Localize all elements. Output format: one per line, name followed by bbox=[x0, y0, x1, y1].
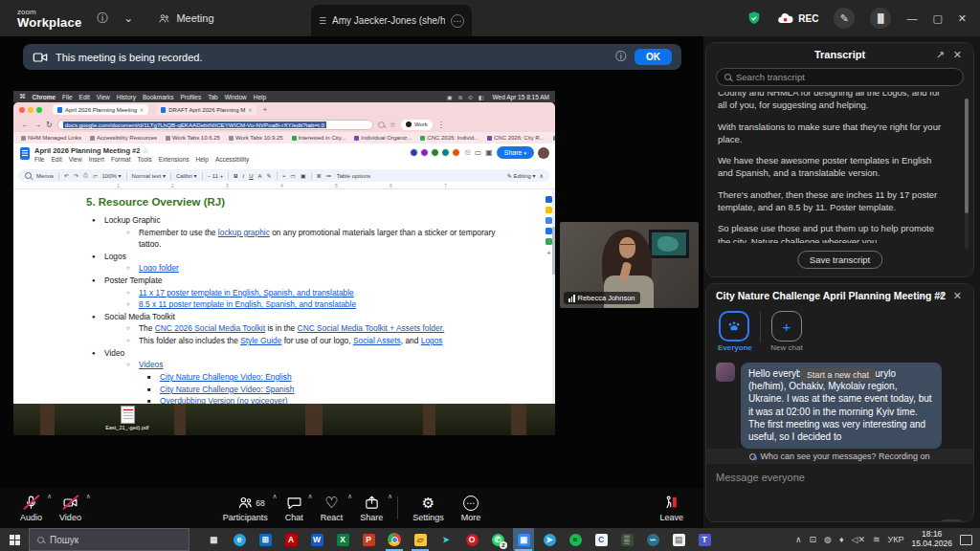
whatsapp-icon[interactable]: ✆2 bbox=[487, 528, 508, 551]
more-button[interactable]: ⋯More bbox=[453, 488, 490, 528]
font-size-stepper[interactable]: − 11 + bbox=[208, 173, 224, 179]
style-select[interactable]: Normal text ▾ bbox=[132, 172, 166, 179]
c-app-icon[interactable]: C bbox=[590, 528, 612, 551]
tray-network-icon[interactable]: ◍ bbox=[824, 535, 832, 544]
tray-display-icon[interactable]: ⊡ bbox=[809, 535, 816, 544]
react-button[interactable]: ♡∧React bbox=[312, 488, 352, 528]
doc-link[interactable]: CNC Social Media Toolkit + Assets folder… bbox=[298, 323, 445, 333]
meet-icon[interactable]: ▣ bbox=[485, 148, 493, 157]
docs-menu-item[interactable]: Tools bbox=[138, 156, 152, 163]
bookmark-item[interactable]: Individual Organiz... bbox=[354, 135, 412, 141]
mac-menu-item[interactable]: View bbox=[97, 94, 110, 100]
banner-info-icon[interactable]: ⓘ bbox=[615, 49, 627, 65]
arrow-app-icon[interactable]: ➤ bbox=[435, 528, 457, 551]
doc-title[interactable]: April 2026 Planning Meeting #2 ☆ bbox=[34, 146, 148, 155]
mac-menu-item[interactable]: Bookmarks bbox=[143, 94, 174, 100]
everyone-channel-button[interactable] bbox=[719, 311, 749, 342]
bookmark-item[interactable]: CNC 2026: City R... bbox=[553, 135, 555, 141]
acrobat-icon[interactable]: A bbox=[280, 528, 301, 551]
mac-menu-item[interactable]: Profiles bbox=[180, 94, 201, 100]
doc-link[interactable]: CNC 2026 Social Media Toolkit bbox=[155, 323, 265, 333]
mac-menu-item[interactable]: Chrome bbox=[33, 94, 56, 100]
minimize-button[interactable]: — bbox=[906, 12, 917, 24]
bold-icon[interactable]: B bbox=[234, 173, 237, 179]
chrome-menu-icon[interactable]: ⋮ bbox=[437, 121, 445, 129]
menus-button[interactable]: Menus bbox=[36, 173, 54, 179]
tab-shared-screen[interactable]: ☰ Amy Jaecker-Jones (she/her)'s scr ⋯ bbox=[311, 5, 472, 36]
notepad-icon[interactable]: ▤ bbox=[668, 528, 689, 551]
calendar-icon[interactable] bbox=[546, 196, 552, 203]
list-icon[interactable]: ≔ bbox=[326, 172, 332, 179]
close-button[interactable]: ✕ bbox=[958, 12, 967, 25]
seagull-app-icon[interactable]: ∽ bbox=[642, 528, 663, 551]
version-history-icon[interactable]: ⏲ bbox=[464, 148, 470, 158]
mac-menu-item[interactable]: File bbox=[62, 94, 72, 100]
chevron-up-icon[interactable]: ∧ bbox=[86, 493, 91, 500]
tab-options-icon[interactable]: ⋯ bbox=[451, 14, 464, 28]
doc-link[interactable]: Logos bbox=[421, 336, 443, 345]
doc-link[interactable]: Style Guide bbox=[240, 336, 281, 345]
video-button[interactable]: ∧Video bbox=[51, 488, 90, 528]
align-icon[interactable]: ≣ bbox=[317, 172, 322, 179]
print-icon[interactable]: ⎙ bbox=[83, 172, 88, 179]
document-canvas[interactable]: 5. Resource Overview (RJ) ●Lockup Graphi… bbox=[13, 190, 555, 404]
forward-icon[interactable]: → bbox=[33, 121, 41, 129]
docs-menu-item[interactable]: Extensions bbox=[159, 156, 189, 163]
tab-close-icon[interactable]: ✕ bbox=[248, 107, 252, 113]
banner-ok-button[interactable]: OK bbox=[635, 49, 672, 65]
collapse-toolbar-icon[interactable]: ∧ bbox=[540, 172, 544, 179]
font-select[interactable]: Calibri ▾ bbox=[176, 172, 197, 179]
underline-icon[interactable]: U bbox=[249, 173, 253, 179]
docs-menu-item[interactable]: File bbox=[34, 156, 44, 163]
bookmark-item[interactable]: Work Tabs 10.6.25 bbox=[166, 135, 220, 141]
keep-icon[interactable] bbox=[546, 207, 552, 213]
mac-menu-item[interactable]: Tab bbox=[208, 94, 217, 100]
collaborator-avatar[interactable] bbox=[410, 148, 418, 157]
tab-meeting[interactable]: Meeting bbox=[158, 12, 213, 25]
action-center-icon[interactable] bbox=[960, 535, 972, 545]
link-icon[interactable]: ⌁ bbox=[282, 172, 286, 179]
share-button[interactable]: Share▾ bbox=[497, 146, 534, 159]
tray-expand-icon[interactable]: ∧ bbox=[795, 535, 802, 544]
snap-app-icon[interactable]: ▒ bbox=[616, 528, 637, 551]
tray-wifi-icon[interactable]: ≋ bbox=[873, 535, 880, 544]
collaborator-avatar[interactable] bbox=[420, 148, 429, 157]
telegram-icon[interactable]: ➤ bbox=[539, 528, 560, 551]
highlight-icon[interactable]: ✎ bbox=[267, 172, 272, 179]
security-shield-icon[interactable] bbox=[746, 11, 762, 26]
doc-link[interactable]: City Nature Challenge Video: English bbox=[160, 372, 292, 382]
word-icon[interactable]: W bbox=[306, 528, 327, 551]
chevron-up-icon[interactable]: ∧ bbox=[388, 493, 392, 500]
undo-icon[interactable]: ↶ bbox=[64, 172, 69, 179]
doc-link[interactable]: Videos bbox=[139, 360, 163, 369]
paint-icon[interactable]: ▱ bbox=[93, 172, 98, 179]
docs-menu-item[interactable]: Edit bbox=[51, 156, 61, 163]
tasks-icon[interactable] bbox=[546, 217, 552, 224]
docs-menu-item[interactable]: Help bbox=[196, 156, 209, 163]
chat-more-icon[interactable]: ⋯ bbox=[917, 290, 927, 302]
explorer-icon[interactable]: ▱ bbox=[410, 528, 431, 551]
recording-indicator[interactable]: REC bbox=[777, 12, 818, 25]
docs-scrollbar[interactable] bbox=[552, 190, 555, 404]
excel-icon[interactable]: X bbox=[332, 528, 353, 551]
zoom-select[interactable]: 100% ▾ bbox=[102, 172, 122, 179]
edge-icon[interactable]: e bbox=[229, 528, 250, 551]
audio-button[interactable]: ∧Audio bbox=[11, 488, 51, 528]
editing-mode-select[interactable]: ✎ Editing ▾ bbox=[507, 172, 536, 179]
taskbar-clock[interactable]: 18:16 15.04.2026 bbox=[911, 530, 952, 549]
chat-composer[interactable]: Message everyone T ☺ GIF ❐ ⧉ ⌄ ➤ bbox=[706, 464, 973, 522]
back-icon[interactable]: ← bbox=[21, 121, 29, 129]
table-options-button[interactable]: Table options bbox=[337, 173, 370, 179]
doc-link[interactable]: Overdubbing Version (no voiceover) bbox=[160, 396, 288, 404]
popout-icon[interactable]: ↗ bbox=[936, 290, 945, 302]
taskbar-search-input[interactable]: Пошук bbox=[29, 528, 189, 551]
chrome-icon[interactable] bbox=[384, 528, 405, 551]
text-color-icon[interactable]: A bbox=[258, 173, 262, 179]
opera-icon[interactable]: O bbox=[461, 528, 482, 551]
menus-search-icon[interactable] bbox=[25, 172, 32, 179]
info-icon[interactable]: ⓘ bbox=[97, 11, 108, 27]
doc-link[interactable]: Logo folder bbox=[139, 263, 179, 273]
tray-speaker-muted-icon[interactable]: ◁✕ bbox=[851, 535, 864, 544]
participants-button[interactable]: 68∧Participants bbox=[214, 488, 277, 528]
browser-tab-active[interactable]: April 2026 Planning Meeting ✕ bbox=[53, 104, 148, 115]
